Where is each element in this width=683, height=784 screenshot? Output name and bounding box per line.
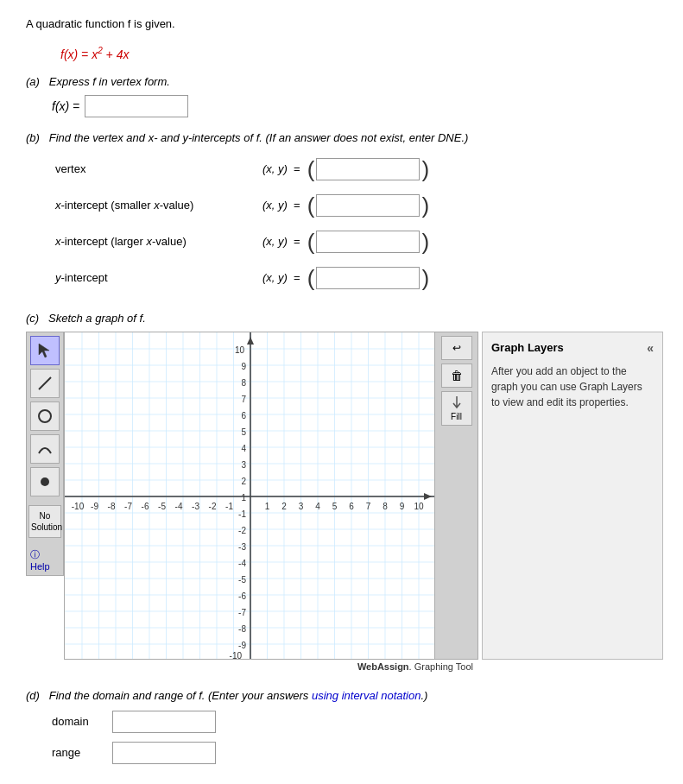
graph-layers-body: After you add an object to the graph you… bbox=[491, 364, 654, 410]
svg-marker-0 bbox=[39, 344, 49, 357]
range-label: range bbox=[52, 746, 104, 759]
webassign-attribution: WebAssign. Graphing Tool bbox=[357, 661, 473, 672]
svg-text:5: 5 bbox=[241, 427, 246, 437]
svg-text:-5: -5 bbox=[158, 502, 166, 511]
row-label: x-intercept (smaller x-value) bbox=[52, 187, 259, 224]
svg-text:-2: -2 bbox=[238, 526, 246, 535]
cursor-tool[interactable] bbox=[30, 336, 60, 365]
svg-text:1: 1 bbox=[265, 502, 270, 511]
close-paren: ) bbox=[421, 231, 429, 253]
x-intercept-smaller-input[interactable] bbox=[316, 194, 420, 217]
coord-label: (x, y) = bbox=[259, 224, 304, 260]
svg-text:-9: -9 bbox=[238, 641, 246, 650]
svg-text:1: 1 bbox=[241, 493, 246, 503]
part-d-label: (d) Find the domain and range of f. (Ent… bbox=[26, 689, 657, 702]
y-intercept-input[interactable] bbox=[316, 267, 420, 289]
coord-label: (x, y) = bbox=[259, 260, 304, 296]
svg-text:9: 9 bbox=[241, 362, 246, 371]
svg-text:7: 7 bbox=[241, 395, 246, 404]
svg-text:7: 7 bbox=[366, 502, 371, 511]
svg-text:9: 9 bbox=[400, 502, 405, 511]
row-label: y-intercept bbox=[52, 260, 259, 296]
intro-statement: A quadratic function f is given. bbox=[26, 17, 175, 30]
undo-button[interactable]: ↩ bbox=[441, 336, 472, 360]
open-paren: ( bbox=[307, 231, 315, 253]
domain-label: domain bbox=[52, 715, 104, 728]
table-row: vertex (x, y) = ( ) bbox=[52, 151, 433, 187]
range-row: range bbox=[52, 742, 657, 764]
vertex-form-input[interactable] bbox=[85, 95, 188, 117]
close-paren: ) bbox=[421, 158, 429, 180]
graph-toolbar: NoSolution ⓘ Help bbox=[26, 332, 64, 576]
svg-text:6: 6 bbox=[241, 411, 246, 420]
svg-text:3: 3 bbox=[299, 502, 304, 511]
graph-layers-header: Graph Layers « bbox=[491, 341, 654, 355]
svg-text:-4: -4 bbox=[175, 502, 183, 511]
graph-layers-title: Graph Layers bbox=[491, 341, 564, 354]
svg-text:-7: -7 bbox=[124, 502, 132, 511]
range-input[interactable] bbox=[112, 742, 216, 764]
vertex-input[interactable] bbox=[316, 158, 420, 180]
open-paren: ( bbox=[307, 158, 315, 180]
svg-text:-2: -2 bbox=[209, 502, 217, 511]
fill-label: Fill bbox=[451, 412, 462, 421]
svg-text:-5: -5 bbox=[238, 575, 246, 585]
svg-text:-3: -3 bbox=[192, 502, 199, 511]
svg-text:2: 2 bbox=[241, 477, 246, 486]
fill-button[interactable]: Fill bbox=[441, 391, 472, 426]
svg-text:-8: -8 bbox=[238, 624, 246, 634]
svg-text:4: 4 bbox=[241, 444, 246, 453]
domain-row: domain bbox=[52, 711, 657, 733]
svg-text:3: 3 bbox=[241, 460, 246, 470]
svg-text:8: 8 bbox=[383, 502, 388, 511]
x-intercept-larger-input[interactable] bbox=[316, 231, 420, 253]
coord-label: (x, y) = bbox=[259, 187, 304, 224]
graph-svg: -10 -9 -8 -7 -6 -5 -4 -3 -2 -1 1 2 3 4 bbox=[65, 332, 435, 660]
intercepts-table: vertex (x, y) = ( ) x-intercept (smaller… bbox=[52, 151, 433, 296]
open-paren: ( bbox=[307, 194, 315, 217]
dot-tool[interactable] bbox=[30, 467, 60, 496]
svg-text:4: 4 bbox=[315, 502, 320, 511]
part-c-label: (c) Sketch a graph of f. bbox=[26, 312, 657, 325]
svg-line-1 bbox=[39, 377, 51, 389]
svg-text:2: 2 bbox=[281, 502, 287, 511]
func-name: f bbox=[60, 47, 64, 61]
svg-text:-6: -6 bbox=[238, 591, 246, 601]
circle-tool[interactable] bbox=[30, 401, 60, 431]
svg-text:5: 5 bbox=[332, 502, 338, 511]
table-row: x-intercept (smaller x-value) (x, y) = (… bbox=[52, 187, 433, 224]
svg-text:-1: -1 bbox=[225, 502, 233, 511]
no-solution-button[interactable]: NoSolution bbox=[28, 505, 61, 538]
part-a-func-label: f(x) = bbox=[52, 99, 79, 113]
line-tool[interactable] bbox=[30, 369, 60, 398]
part-b-label: (b) Find the vertex and x- and y-interce… bbox=[26, 131, 657, 144]
close-paren: ) bbox=[421, 267, 429, 289]
svg-point-3 bbox=[41, 477, 49, 486]
collapse-button[interactable]: « bbox=[647, 341, 654, 355]
svg-text:-3: -3 bbox=[238, 542, 246, 552]
intro-text: A quadratic function f is given. bbox=[26, 17, 657, 30]
delete-button[interactable]: 🗑 bbox=[441, 364, 472, 388]
svg-point-2 bbox=[39, 410, 51, 422]
help-link[interactable]: ⓘ Help bbox=[30, 548, 60, 572]
graph-layers-panel: Graph Layers « After you add an object t… bbox=[482, 332, 663, 660]
table-row: y-intercept (x, y) = ( ) bbox=[52, 260, 433, 296]
domain-input[interactable] bbox=[112, 711, 216, 733]
svg-text:10: 10 bbox=[235, 345, 245, 355]
row-label: vertex bbox=[52, 151, 259, 187]
svg-text:-8: -8 bbox=[108, 502, 116, 511]
coord-label: (x, y) = bbox=[259, 151, 304, 187]
parabola-tool[interactable] bbox=[30, 434, 60, 464]
svg-text:10: 10 bbox=[414, 502, 424, 511]
graph-canvas[interactable]: -10 -9 -8 -7 -6 -5 -4 -3 -2 -1 1 2 3 4 bbox=[64, 332, 435, 660]
svg-text:-10: -10 bbox=[72, 502, 85, 511]
svg-text:6: 6 bbox=[349, 502, 354, 511]
open-paren: ( bbox=[307, 267, 315, 289]
table-row: x-intercept (larger x-value) (x, y) = ( … bbox=[52, 224, 433, 260]
svg-text:-1: -1 bbox=[238, 509, 246, 519]
svg-text:-4: -4 bbox=[238, 559, 246, 568]
close-paren: ) bbox=[421, 194, 429, 217]
part-a-label: (a) Express f in vertex form. bbox=[26, 75, 657, 88]
graph-right-panel: ↩ 🗑 Fill bbox=[435, 332, 478, 660]
function-display: f(x) = x2 + 4x bbox=[60, 46, 657, 61]
